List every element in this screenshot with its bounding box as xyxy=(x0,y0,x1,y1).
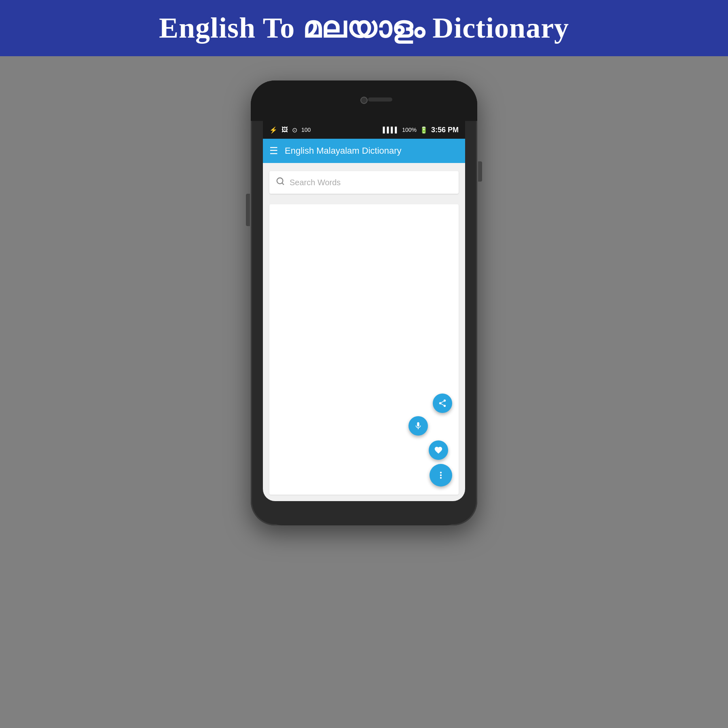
top-banner: English To മലയാളം Dictionary xyxy=(0,0,728,56)
status-right: ▌▌▌▌ 100% 🔋 3:56 PM xyxy=(383,126,459,134)
app-toolbar: ☰ English Malayalam Dictionary xyxy=(263,139,465,163)
favorite-fab-button[interactable] xyxy=(429,440,448,460)
phone-screen: ⚡ 🖼 ⊙ 100 ▌▌▌▌ 100% 🔋 3:56 PM ☰ E xyxy=(263,121,465,501)
fab-container xyxy=(408,394,452,487)
toolbar-title: English Malayalam Dictionary xyxy=(285,146,402,156)
clock: 3:56 PM xyxy=(431,126,459,134)
status-bar: ⚡ 🖼 ⊙ 100 ▌▌▌▌ 100% 🔋 3:56 PM xyxy=(263,121,465,139)
content-area xyxy=(269,204,459,495)
camera xyxy=(360,97,368,104)
battery-percentage: 100% xyxy=(402,127,417,133)
search-placeholder[interactable]: Search Words xyxy=(290,178,341,187)
speaker xyxy=(368,97,392,102)
more-options-fab-button[interactable] xyxy=(430,464,452,487)
phone-mockup: ⚡ 🖼 ⊙ 100 ▌▌▌▌ 100% 🔋 3:56 PM ☰ E xyxy=(251,80,477,525)
phone-bottom xyxy=(263,501,465,525)
mic-fab-button[interactable] xyxy=(408,416,428,436)
power-button xyxy=(478,161,482,182)
battery-icon-small: 100 xyxy=(301,127,311,133)
search-box[interactable]: Search Words xyxy=(269,171,459,194)
photo-icon: 🖼 xyxy=(281,126,288,133)
volume-button xyxy=(246,194,250,226)
search-icon xyxy=(276,177,285,188)
search-container: Search Words xyxy=(263,163,465,198)
svg-line-1 xyxy=(282,183,284,184)
status-left-icons: ⚡ 🖼 ⊙ 100 xyxy=(269,126,311,134)
signal-bars: ▌▌▌▌ xyxy=(383,127,399,133)
background-area: ⚡ 🖼 ⊙ 100 ▌▌▌▌ 100% 🔋 3:56 PM ☰ E xyxy=(0,56,728,728)
share-fab-button[interactable] xyxy=(433,394,452,413)
usb-icon: ⚡ xyxy=(269,126,277,134)
battery-icon: 🔋 xyxy=(420,126,428,134)
notification-icon: ⊙ xyxy=(292,126,297,134)
hamburger-menu-icon[interactable]: ☰ xyxy=(269,145,278,157)
banner-title: English To മലയാളം Dictionary xyxy=(159,11,569,45)
phone-top xyxy=(251,80,477,121)
